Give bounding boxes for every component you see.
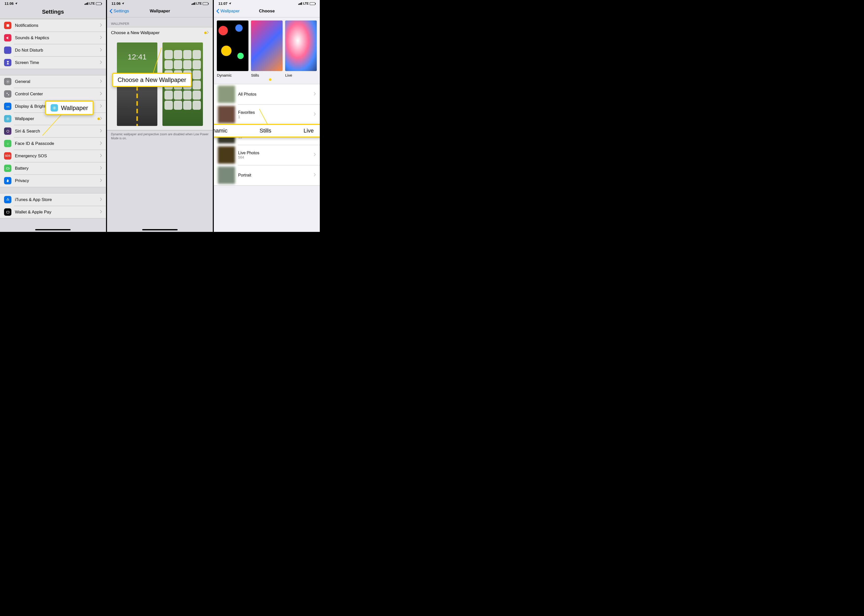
album-thumb [218,106,235,123]
chevron-right-icon [100,92,102,96]
chevron-right-icon [314,112,316,117]
location-icon [228,2,231,5]
signal-icon [298,2,302,5]
svg-rect-11 [6,211,9,213]
album-portrait[interactable]: Portrait [214,165,320,185]
hourglass-icon [4,59,11,66]
network-label: LTE [196,2,202,5]
gear-icon [4,78,11,85]
sos-icon: SOS [4,152,11,160]
row-faceid[interactable]: Face ID & Passcode [0,137,106,150]
svg-point-3 [8,94,9,95]
stills-thumb [251,20,283,71]
time: 11:06 [5,2,14,6]
highlight-dot [269,79,271,81]
back-button[interactable]: Wallpaper [216,9,239,14]
row-sounds[interactable]: Sounds & Haptics [0,31,106,44]
back-button[interactable]: Settings [110,9,129,14]
screen-settings: 11:06 LTE Settings Notifications Sounds … [0,0,107,232]
row-dnd[interactable]: Do Not Disturb [0,44,106,57]
battery-icon [203,2,208,5]
svg-rect-10 [9,168,9,169]
album-favorites[interactable]: Favorites 1 [214,104,320,125]
album-thumb [218,167,235,184]
chevron-right-icon [100,104,102,109]
wallpaper-categories: Dynamic Stills Live [214,17,320,80]
battery-icon [310,2,315,5]
chevron-right-icon [100,179,102,183]
battery-icon [96,2,101,5]
chevron-right-icon [100,36,102,40]
row-itunes[interactable]: iTunes & App Store [0,193,106,206]
chevron-right-icon [100,210,102,214]
chevron-right-icon [100,48,102,53]
home-indicator [35,229,71,230]
aa-icon: AA [4,103,11,110]
chevron-right-icon [100,129,102,134]
chevron-right-icon [100,60,102,65]
svg-point-8 [8,143,9,143]
svg-point-6 [6,130,9,132]
sounds-icon [4,34,11,41]
screen-choose: 11:07 LTE Wallpaper Choose Dynamic Still… [214,0,321,232]
notifications-icon [4,22,11,29]
section-footer: Dynamic wallpaper and perspective zoom a… [107,130,213,142]
status-bar: 11:06 LTE [107,0,213,6]
row-siri[interactable]: Siri & Search [0,125,106,137]
row-privacy[interactable]: Privacy [0,174,106,187]
hand-icon [4,177,11,184]
time: 11:06 [112,2,121,6]
row-screentime[interactable]: Screen Time [0,57,106,69]
category-live[interactable]: Live [285,20,317,77]
chevron-right-icon [314,173,316,178]
svg-text:AA: AA [6,105,9,108]
category-stills[interactable]: Stills [251,20,283,77]
siri-icon [4,127,11,135]
nav-bar: Settings [0,6,106,19]
status-bar: 11:07 LTE [214,0,320,6]
page-title: Wallpaper [150,9,170,14]
live-thumb [285,20,317,71]
screen-wallpaper: 11:06 LTE Settings Wallpaper WALLPAPER C… [107,0,214,232]
row-controlcenter[interactable]: Control Center [0,88,106,100]
row-choose-wallpaper[interactable]: Choose a New Wallpaper [107,27,213,38]
category-dynamic[interactable]: Dynamic [217,20,249,77]
dynamic-thumb [217,20,249,71]
network-label: LTE [303,2,308,5]
row-battery[interactable]: Battery [0,162,106,174]
svg-point-1 [7,81,8,82]
callout-choose: Choose a New Wallpaper [112,73,192,87]
flower-icon [4,115,11,123]
nav-bar: Settings Wallpaper [107,6,213,17]
section-header: WALLPAPER [107,17,213,27]
chevron-right-icon [100,198,102,202]
signal-icon [85,2,88,5]
svg-rect-0 [6,24,9,27]
settings-group-3: iTunes & App Store Wallet & Apple Pay [0,193,106,218]
appstore-icon [4,196,11,203]
nav-bar: Wallpaper Choose [214,6,320,17]
svg-rect-9 [6,168,9,169]
signal-icon [192,2,195,5]
chevron-right-icon [100,79,102,84]
row-wallet[interactable]: Wallet & Apple Pay [0,206,106,218]
svg-point-7 [7,143,7,143]
settings-group-1: Notifications Sounds & Haptics Do Not Di… [0,19,106,69]
row-sos[interactable]: SOS Emergency SOS [0,150,106,162]
highlight-dot [98,118,100,120]
album-all-photos[interactable]: All Photos [214,84,320,104]
network-label: LTE [89,2,95,5]
switches-icon [4,90,11,97]
svg-point-12 [54,107,55,108]
svg-point-2 [6,93,8,94]
album-live-photos[interactable]: Live Photos 564 [214,145,320,165]
row-notifications[interactable]: Notifications [0,19,106,31]
time: 11:07 [218,2,227,6]
settings-group-2: General Control Center AA Display & Brig… [0,75,106,187]
page-title: Choose [259,9,275,14]
battery-row-icon [4,165,11,172]
chevron-right-icon [314,153,316,157]
status-bar: 11:06 LTE [0,0,106,6]
row-general[interactable]: General [0,75,106,88]
page-title: Settings [42,9,64,15]
